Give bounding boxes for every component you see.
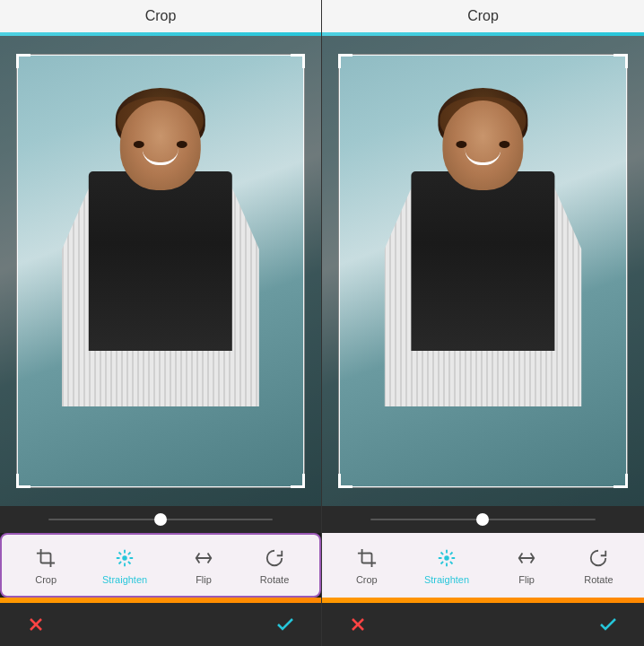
rotate-icon [262, 546, 287, 571]
left-confirm-button[interactable] [271, 610, 300, 639]
right-slider-area [322, 506, 644, 533]
crop-icon-right [354, 546, 379, 571]
straighten-icon-right [434, 546, 459, 571]
flip-icon [191, 546, 216, 571]
tool-flip-label-right: Flip [518, 574, 535, 585]
rotate-icon-right [586, 546, 611, 571]
smile-left [143, 149, 178, 165]
head-right [443, 100, 524, 190]
tool-rotate-right[interactable]: Rotate [573, 540, 623, 590]
tool-straighten-left[interactable]: Straighten [91, 540, 158, 590]
straighten-icon [112, 546, 137, 571]
right-confirm-button[interactable] [594, 610, 622, 639]
right-slider-thumb[interactable] [476, 513, 489, 526]
tool-crop-right[interactable]: Crop [342, 540, 391, 590]
right-cancel-button[interactable] [344, 610, 372, 639]
head-left [120, 100, 201, 190]
left-slider-area [0, 506, 321, 533]
tool-flip-left[interactable]: Flip [179, 540, 229, 590]
person-right [354, 92, 612, 506]
svg-point-3 [445, 556, 448, 560]
eyes-left [134, 141, 187, 148]
flip-icon-right [514, 546, 539, 571]
tool-flip-label-left: Flip [196, 574, 212, 585]
left-toolbar: Crop Straighten Flip [0, 533, 321, 598]
eye-right-l [457, 141, 467, 148]
tool-rotate-label-left: Rotate [260, 574, 289, 585]
tool-straighten-label-left: Straighten [102, 574, 147, 585]
right-toolbar: Crop Straighten Flip [322, 533, 644, 598]
eye-left-l [134, 141, 144, 148]
left-slider-track[interactable] [48, 519, 274, 520]
right-title: Crop [467, 8, 499, 24]
right-action-bar [322, 603, 644, 646]
left-slider-thumb[interactable] [154, 513, 167, 526]
left-cancel-button[interactable] [22, 610, 50, 639]
eye-left-r [177, 141, 187, 148]
tool-rotate-label-right: Rotate [584, 574, 613, 585]
tool-straighten-label-right: Straighten [424, 574, 469, 585]
eyes-right [457, 141, 510, 148]
eye-right-r [500, 141, 510, 148]
person-left [32, 92, 289, 506]
body-left [89, 171, 232, 351]
right-slider-track[interactable] [370, 519, 596, 520]
smile-right [466, 149, 501, 165]
right-panel: Crop [322, 0, 644, 646]
tool-straighten-right[interactable]: Straighten [413, 540, 480, 590]
tool-flip-right[interactable]: Flip [502, 540, 552, 590]
right-image-area [322, 36, 644, 506]
tool-rotate-left[interactable]: Rotate [249, 540, 300, 590]
tool-crop-label-left: Crop [35, 574, 57, 585]
crop-icon [33, 546, 58, 571]
left-header: Crop [0, 0, 321, 32]
right-header: Crop [322, 0, 644, 32]
left-panel: Crop [0, 0, 322, 646]
tool-crop-label-right: Crop [356, 574, 378, 585]
body-right [412, 171, 555, 351]
left-title: Crop [145, 8, 177, 24]
left-action-bar [0, 603, 321, 646]
left-image-area [0, 36, 321, 506]
svg-point-0 [123, 556, 126, 560]
tool-crop-left[interactable]: Crop [22, 540, 71, 590]
